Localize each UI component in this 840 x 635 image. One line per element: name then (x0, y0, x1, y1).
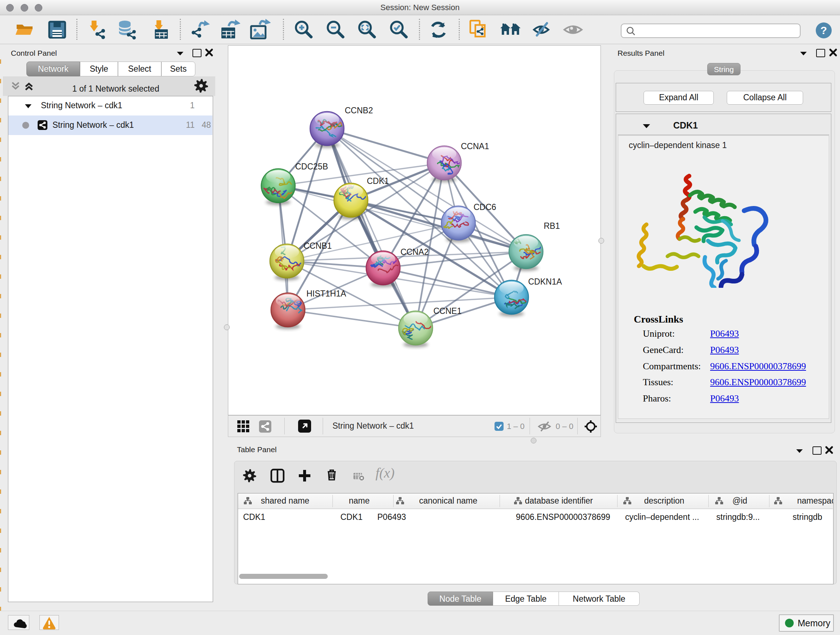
svg-text:HIST1H1A: HIST1H1A (306, 289, 347, 298)
svg-text:CDKN1A: CDKN1A (528, 277, 562, 287)
svg-text:RB1: RB1 (544, 221, 560, 231)
svg-text:?: ? (821, 24, 827, 36)
svg-text:CCNB2: CCNB2 (345, 106, 373, 115)
svg-text:CCNE1: CCNE1 (433, 306, 462, 316)
svg-text:CDC6: CDC6 (474, 203, 496, 212)
svg-text:CCNB1: CCNB1 (303, 241, 332, 250)
svg-text:CDK1: CDK1 (367, 176, 389, 186)
svg-text:CCNA2: CCNA2 (401, 247, 429, 257)
svg-text:CDC25B: CDC25B (295, 162, 328, 171)
svg-text:CCNA1: CCNA1 (461, 141, 489, 151)
